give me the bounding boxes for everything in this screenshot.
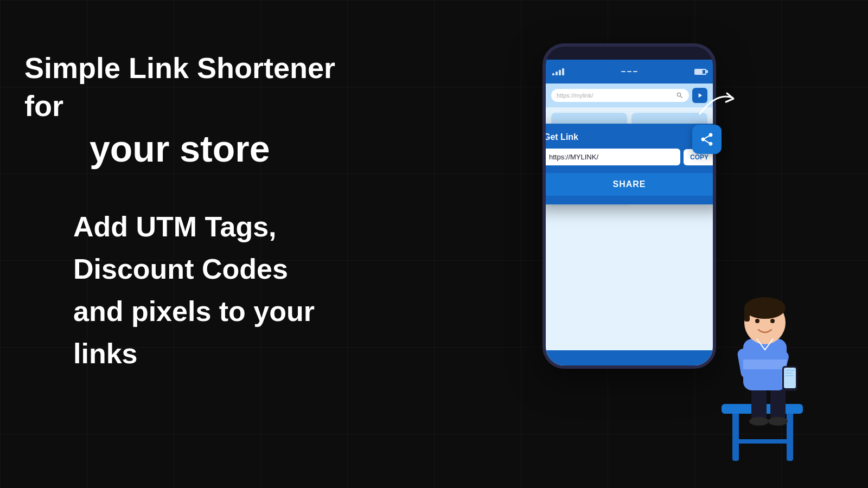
person-illustration	[689, 260, 841, 466]
svg-rect-19	[785, 370, 795, 371]
svg-rect-14	[744, 308, 750, 322]
svg-rect-20	[785, 373, 793, 374]
headline-line1: Simple Link Shortener for	[24, 49, 361, 125]
svg-point-15	[755, 319, 760, 323]
person-svg	[689, 260, 841, 466]
battery-icon	[694, 69, 706, 75]
share-bubble	[692, 125, 722, 154]
svg-rect-1	[787, 412, 793, 461]
svg-rect-21	[785, 375, 794, 376]
phone-bottom-bar	[546, 350, 713, 365]
swoosh-decoration	[694, 87, 738, 121]
svg-point-6	[749, 417, 769, 426]
share-icon	[699, 132, 714, 147]
headline-line2: your store	[24, 125, 361, 172]
feature-line1: Add UTM Tags,	[24, 206, 361, 248]
phone-content-area: Get Link https://MYLINK/ COPY SHARE	[546, 107, 713, 368]
svg-point-7	[768, 417, 788, 426]
feature-line3: and pixels to your links	[24, 290, 361, 375]
phone-notch	[608, 47, 651, 60]
modal-url-row: https://MYLINK/ COPY	[544, 149, 715, 165]
signal-bars	[552, 68, 564, 75]
browser-url-input[interactable]: https://mylink/	[551, 89, 689, 102]
wifi-icon	[621, 71, 637, 72]
get-link-modal: Get Link https://MYLINK/ COPY SHARE	[542, 124, 716, 204]
modal-title: Get Link	[544, 132, 715, 142]
feature-line2: Discount Codes	[24, 248, 361, 290]
svg-rect-3	[735, 439, 789, 444]
svg-point-13	[744, 297, 786, 319]
phone-browser-bar: https://mylink/	[546, 84, 713, 107]
browser-url-text: https://mylink/	[557, 92, 593, 99]
modal-url-display[interactable]: https://MYLINK/	[544, 149, 680, 165]
phone-status-bar	[546, 60, 713, 84]
svg-rect-11	[743, 359, 787, 369]
share-button[interactable]: SHARE	[544, 173, 715, 196]
svg-rect-0	[732, 412, 739, 461]
browser-search-icon	[676, 92, 684, 99]
left-panel: Simple Link Shortener for your store Add…	[24, 49, 361, 375]
svg-point-16	[770, 319, 775, 323]
